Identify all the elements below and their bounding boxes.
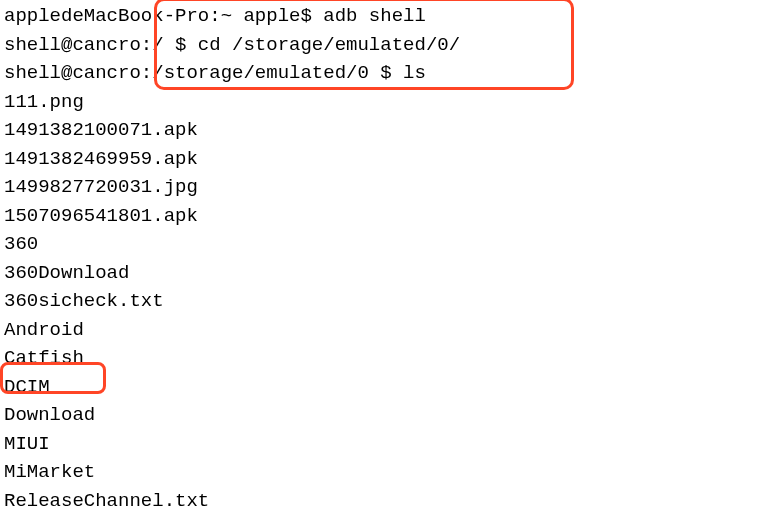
ls-item: Android [4, 316, 778, 345]
terminal-line-2: shell@cancro:/ $ cd /storage/emulated/0/ [4, 31, 778, 60]
shell-prompt-3: shell@cancro:/storage/emulated/0 $ [4, 62, 403, 84]
ls-item: ReleaseChannel.txt [4, 487, 778, 516]
terminal-line-1: appledeMacBook-Pro:~ apple$ adb shell [4, 2, 778, 31]
ls-item: 111.png [4, 88, 778, 117]
shell-command-2: cd /storage/emulated/0/ [198, 34, 460, 56]
ls-item: 360sicheck.txt [4, 287, 778, 316]
ls-item: Download [4, 401, 778, 430]
ls-item: 360 [4, 230, 778, 259]
shell-command-1: adb shell [323, 5, 426, 27]
ls-item: MIUI [4, 430, 778, 459]
ls-item: 1499827720031.jpg [4, 173, 778, 202]
ls-item: 360Download [4, 259, 778, 288]
shell-command-3: ls [403, 62, 426, 84]
ls-item: Catfish [4, 344, 778, 373]
terminal-line-3: shell@cancro:/storage/emulated/0 $ ls [4, 59, 778, 88]
ls-item: 1491382100071.apk [4, 116, 778, 145]
shell-prompt-2: shell@cancro:/ $ [4, 34, 198, 56]
ls-item: MiMarket [4, 458, 778, 487]
ls-item: DCIM [4, 373, 778, 402]
ls-item: 1507096541801.apk [4, 202, 778, 231]
ls-item: 1491382469959.apk [4, 145, 778, 174]
shell-prompt-1: appledeMacBook-Pro:~ apple$ [4, 5, 323, 27]
